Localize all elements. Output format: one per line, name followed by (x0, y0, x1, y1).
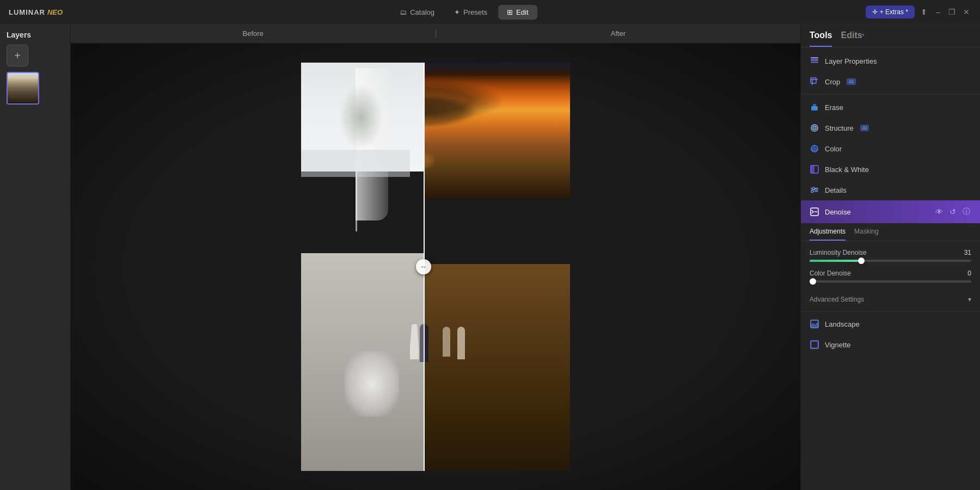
structure-icon (810, 123, 819, 133)
tab-edits[interactable]: Edits* (841, 30, 864, 47)
svg-point-18 (815, 189, 817, 191)
presets-icon: ✦ (454, 8, 460, 16)
titlebar-right: ✛ + Extras * ⬆ – ❐ ✕ (866, 5, 971, 19)
vignette-icon (810, 340, 819, 350)
nav-edit[interactable]: ⊞ Edit (498, 5, 537, 20)
sub-tab-adjustments[interactable]: Adjustments (810, 228, 846, 241)
layers-panel: Layers + (0, 24, 71, 490)
color-denoise-value: 0 (967, 270, 971, 277)
layer-thumbnail-image (8, 73, 38, 103)
layers-icon (810, 56, 819, 66)
add-layer-button[interactable]: + (7, 45, 28, 66)
denoise-sub-tabs: Adjustments Masking (801, 223, 980, 241)
svg-point-10 (814, 127, 815, 128)
svg-rect-0 (811, 59, 818, 61)
after-label: After (436, 29, 801, 38)
extras-icon: ✛ (872, 8, 878, 16)
main-content: Layers + Before After (0, 24, 980, 490)
split-arrows-icon: ↔ (420, 263, 427, 271)
titlebar: LUMINAR NEO 🗂 Catalog ✦ Presets ⊞ Edit ✛… (0, 0, 980, 24)
tool-erase[interactable]: Erase (801, 97, 980, 118)
tool-erase-label: Erase (825, 103, 843, 112)
tool-bw[interactable]: Black & White (801, 159, 980, 180)
details-icon (810, 185, 819, 195)
svg-rect-13 (811, 166, 814, 173)
panel-tabs: Tools Edits* (801, 24, 980, 47)
denoise-reset-button[interactable]: ↺ (948, 206, 957, 218)
tool-landscape[interactable]: Landscape (801, 314, 980, 334)
catalog-icon: 🗂 (400, 8, 407, 16)
tool-color-label: Color (825, 145, 842, 153)
structure-ai-badge: AI (860, 125, 869, 131)
color-denoise-label-row: Color Denoise 0 (810, 270, 971, 277)
color-denoise-slider-row: Color Denoise 0 (810, 270, 971, 283)
svg-point-19 (811, 191, 813, 193)
denoise-icon (810, 207, 819, 217)
luminosity-denoise-label-row: Luminosity Denoise 31 (810, 249, 971, 256)
layer-thumbnail[interactable] (7, 72, 39, 105)
svg-rect-1 (811, 62, 818, 63)
luminosity-denoise-thumb[interactable] (858, 258, 865, 264)
advanced-settings-row[interactable]: Advanced Settings ▾ (801, 290, 980, 309)
color-denoise-thumb[interactable] (810, 278, 816, 285)
edits-dot: * (862, 33, 865, 39)
tool-crop[interactable]: Crop AI (801, 71, 980, 92)
tool-bw-label: Black & White (825, 166, 869, 174)
edit-icon: ⊞ (507, 8, 513, 16)
tool-details[interactable]: Details (801, 180, 980, 200)
tool-divider-1 (801, 94, 980, 95)
color-denoise-track[interactable] (810, 280, 971, 283)
minimize-button[interactable]: – (933, 7, 943, 17)
split-handle[interactable]: ↔ (416, 259, 431, 274)
nav-catalog[interactable]: 🗂 Catalog (391, 5, 443, 20)
sub-tab-masking[interactable]: Masking (854, 228, 879, 241)
layers-title: Layers (7, 30, 64, 39)
advanced-settings-chevron-icon: ▾ (968, 296, 971, 303)
share-button[interactable]: ⬆ (919, 7, 929, 17)
close-button[interactable]: ✕ (961, 7, 971, 17)
svg-rect-24 (811, 341, 818, 348)
tool-structure-label: Structure (825, 124, 854, 132)
crop-ai-badge: AI (847, 78, 856, 85)
nav-buttons: 🗂 Catalog ✦ Presets ⊞ Edit (391, 5, 537, 20)
tab-tools[interactable]: Tools (810, 30, 832, 47)
tool-list: Layer Properties Crop AI (801, 47, 980, 358)
tool-vignette[interactable]: Vignette (801, 334, 980, 355)
luminosity-denoise-fill (810, 260, 861, 262)
app-logo: LUMINAR NEO (9, 8, 63, 16)
color-denoise-label: Color Denoise (810, 270, 851, 277)
svg-rect-23 (811, 341, 818, 348)
denoise-eye-button[interactable]: 👁 (934, 206, 944, 218)
luminosity-denoise-label: Luminosity Denoise (810, 249, 867, 256)
sliders-area: Luminosity Denoise 31 Color Denoise 0 (801, 241, 980, 290)
photo-after (424, 63, 570, 471)
logo-luminar: LUMINAR (9, 8, 45, 16)
luminosity-denoise-slider-row: Luminosity Denoise 31 (810, 249, 971, 262)
tool-color[interactable]: Color (801, 138, 980, 159)
tool-layer-properties-label: Layer Properties (825, 57, 877, 65)
right-panel: Tools Edits* Layer Properties (800, 24, 980, 490)
extras-button[interactable]: ✛ + Extras * (866, 5, 915, 19)
nav-presets[interactable]: ✦ Presets (445, 5, 496, 20)
tool-landscape-label: Landscape (825, 320, 860, 328)
tool-structure[interactable]: Structure AI (801, 118, 980, 138)
canvas-wrapper: ↔ (71, 44, 800, 490)
svg-point-17 (812, 187, 814, 189)
tool-divider-2 (801, 311, 980, 311)
maximize-button[interactable]: ❐ (947, 7, 957, 17)
canvas-labels: Before After (71, 24, 800, 44)
tool-crop-label: Crop (825, 78, 840, 86)
tool-denoise-label: Denoise (825, 208, 851, 216)
denoise-info-button[interactable]: ⓘ (961, 206, 971, 218)
luminosity-denoise-value: 31 (964, 249, 971, 256)
svg-rect-3 (811, 78, 816, 83)
tool-layer-properties[interactable]: Layer Properties (801, 51, 980, 71)
photo-before (301, 63, 424, 471)
bw-icon (810, 164, 819, 174)
tool-denoise[interactable]: Denoise 👁 ↺ ⓘ (801, 200, 980, 223)
advanced-settings-label: Advanced Settings (810, 296, 864, 303)
canvas-area: Before After (71, 24, 800, 490)
before-label: Before (71, 29, 436, 38)
luminosity-denoise-track[interactable] (810, 260, 971, 262)
photo-container: ↔ (301, 63, 570, 471)
